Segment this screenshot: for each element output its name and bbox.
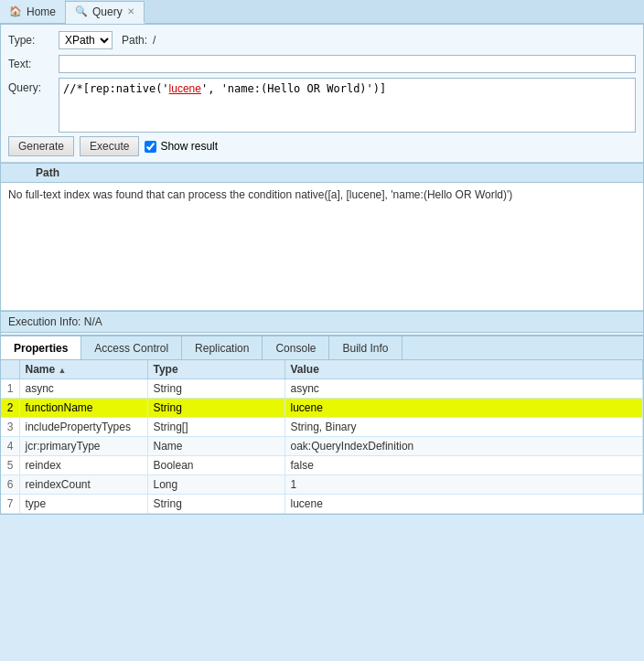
cell-value: 1 (284, 475, 643, 495)
cell-name: reindex (19, 456, 147, 475)
query-textarea[interactable]: //*[rep:native('lucene', 'name:(Hello OR… (59, 78, 636, 133)
tab-access-control[interactable]: Access Control (81, 336, 182, 359)
properties-panel: Properties Access Control Replication Co… (1, 335, 643, 514)
show-result-label: Show result (160, 140, 218, 153)
tab-build-info[interactable]: Build Info (329, 336, 402, 359)
query-row: Query: //*[rep:native('lucene', 'name:(H… (8, 78, 636, 133)
cell-type: String (147, 399, 284, 418)
results-area: No full-text index was found that can pr… (1, 183, 643, 311)
properties-table: Name ▲ Type Value 1asyncStringasync2func… (1, 360, 643, 514)
cell-row-num: 2 (1, 399, 19, 418)
cell-name: jcr:primaryType (19, 437, 147, 456)
tab-query[interactable]: 🔍 Query ✕ (66, 1, 145, 24)
query-label: Query: (8, 78, 59, 94)
cell-type: String[] (147, 418, 284, 437)
tab-replication[interactable]: Replication (182, 336, 263, 359)
table-row[interactable]: 1asyncStringasync (1, 379, 643, 399)
col-header-name: Name ▲ (19, 360, 147, 379)
cell-type: String (147, 495, 284, 514)
col-header-type: Type (147, 360, 284, 379)
main-content: Type: XPath Path: / Text: Query: //*[rep… (0, 24, 644, 515)
form-section: Type: XPath Path: / Text: Query: //*[rep… (1, 25, 643, 163)
tab-replication-label: Replication (195, 342, 249, 355)
cell-value: lucene (284, 495, 643, 514)
cell-name: async (19, 379, 147, 399)
cell-name: functionName (19, 399, 147, 418)
cell-name: reindexCount (19, 475, 147, 495)
cell-row-num: 7 (1, 495, 19, 514)
query-icon: 🔍 (75, 5, 88, 17)
text-label: Text: (8, 58, 59, 70)
table-row[interactable]: 2functionNameStringlucene (1, 399, 643, 418)
cell-value: false (284, 456, 643, 475)
text-input[interactable] (59, 55, 636, 73)
cell-type: Name (147, 437, 284, 456)
cell-name: type (19, 495, 147, 514)
cell-row-num: 1 (1, 379, 19, 399)
tab-build-info-label: Build Info (342, 342, 388, 355)
btn-row: Generate Execute Show result (8, 136, 636, 156)
tab-access-control-label: Access Control (94, 342, 168, 355)
execution-info: Execution Info: N/A (1, 311, 643, 333)
text-row: Text: (8, 54, 636, 74)
tab-bar: 🏠 Home 🔍 Query ✕ (0, 0, 644, 24)
type-row: Type: XPath Path: / (8, 30, 636, 50)
cell-value: lucene (284, 399, 643, 418)
tab-home-label: Home (27, 5, 56, 18)
sort-icon: ▲ (59, 366, 67, 375)
show-result-checkbox[interactable] (145, 141, 156, 153)
home-icon: 🏠 (9, 5, 22, 17)
cell-type: Long (147, 475, 284, 495)
tab-console-label: Console (275, 342, 316, 355)
tab-home[interactable]: 🏠 Home (0, 0, 66, 23)
exec-info-value: N/A (84, 315, 102, 328)
path-label: Path: (122, 34, 147, 47)
col-header-value: Value (284, 360, 643, 379)
cell-value: oak:QueryIndexDefinition (284, 437, 643, 456)
path-column-header: Path (36, 166, 59, 179)
cell-name: includePropertyTypes (19, 418, 147, 437)
show-result-row: Show result (145, 140, 218, 153)
cell-row-num: 3 (1, 418, 19, 437)
table-row[interactable]: 4jcr:primaryTypeNameoak:QueryIndexDefini… (1, 437, 643, 456)
results-header: Path (1, 163, 643, 183)
tab-console[interactable]: Console (263, 336, 329, 359)
col-header-num (1, 360, 19, 379)
path-value: / (153, 34, 156, 47)
table-row[interactable]: 3includePropertyTypesString[]String, Bin… (1, 418, 643, 437)
tab-query-close[interactable]: ✕ (127, 6, 134, 16)
cell-type: String (147, 379, 284, 399)
cell-row-num: 4 (1, 437, 19, 456)
exec-info-label: Execution Info: (8, 315, 80, 328)
cell-row-num: 5 (1, 456, 19, 475)
execute-button[interactable]: Execute (80, 136, 139, 156)
type-label: Type: (8, 34, 59, 47)
cell-value: async (284, 379, 643, 399)
cell-type: Boolean (147, 456, 284, 475)
cell-value: String, Binary (284, 418, 643, 437)
properties-tab-bar: Properties Access Control Replication Co… (1, 336, 643, 360)
tab-properties-label: Properties (14, 342, 68, 355)
type-select[interactable]: XPath (59, 31, 113, 49)
lucene-string: lucene (169, 82, 201, 95)
cell-row-num: 6 (1, 475, 19, 495)
tab-properties[interactable]: Properties (1, 336, 81, 359)
tab-query-label: Query (92, 5, 123, 18)
table-row[interactable]: 7typeStringlucene (1, 495, 643, 514)
generate-button[interactable]: Generate (8, 136, 74, 156)
table-row[interactable]: 5reindexBooleanfalse (1, 456, 643, 475)
results-message: No full-text index was found that can pr… (8, 187, 512, 203)
table-row[interactable]: 6reindexCountLong1 (1, 475, 643, 495)
